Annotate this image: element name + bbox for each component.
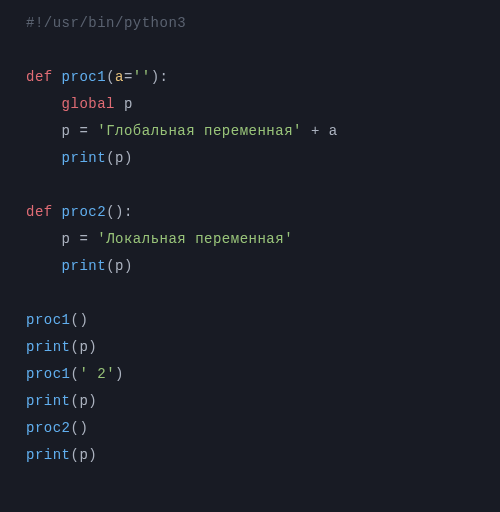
call-proc1: proc1: [26, 366, 71, 382]
rparen: ): [88, 393, 97, 409]
string-global: 'Глобальная переменная': [97, 123, 302, 139]
code-line[interactable]: global p: [0, 91, 500, 118]
shebang-comment: #!/usr/bin/python3: [26, 15, 186, 31]
var-p: p: [115, 258, 124, 274]
code-line-blank[interactable]: [0, 280, 500, 307]
rparen: ): [79, 312, 88, 328]
code-line[interactable]: def proc2():: [0, 199, 500, 226]
string-local: 'Локальная переменная': [97, 231, 293, 247]
builtin-print: print: [26, 393, 71, 409]
lparen: (: [106, 69, 115, 85]
var-p: p: [124, 96, 133, 112]
code-editor[interactable]: #!/usr/bin/python3 def proc1(a=''): glob…: [0, 0, 500, 469]
builtin-print: print: [26, 447, 71, 463]
var-a: a: [329, 123, 338, 139]
rparen: ): [115, 366, 124, 382]
code-line-blank[interactable]: [0, 172, 500, 199]
var-p: p: [79, 393, 88, 409]
indent: [26, 150, 62, 166]
code-line[interactable]: proc1(): [0, 307, 500, 334]
lparen: (: [106, 150, 115, 166]
op-plus: +: [311, 123, 320, 139]
rparen: ): [88, 339, 97, 355]
space: [88, 231, 97, 247]
var-p: p: [62, 123, 71, 139]
rparen: ):: [151, 69, 169, 85]
builtin-print: print: [26, 339, 71, 355]
op-assign: =: [124, 69, 133, 85]
code-line[interactable]: p = 'Глобальная переменная' + a: [0, 118, 500, 145]
code-line[interactable]: print(p): [0, 388, 500, 415]
rparen: ): [79, 420, 88, 436]
code-line[interactable]: print(p): [0, 253, 500, 280]
code-line[interactable]: print(p): [0, 334, 500, 361]
code-line[interactable]: def proc1(a=''):: [0, 64, 500, 91]
space: [302, 123, 311, 139]
builtin-print: print: [62, 258, 107, 274]
indent: [26, 231, 62, 247]
op-assign: =: [79, 123, 88, 139]
code-line[interactable]: proc2(): [0, 415, 500, 442]
code-line[interactable]: p = 'Локальная переменная': [0, 226, 500, 253]
keyword-global: global: [62, 96, 124, 112]
code-line[interactable]: print(p): [0, 145, 500, 172]
keyword-def: def: [26, 69, 62, 85]
string-default: '': [133, 69, 151, 85]
var-p: p: [62, 231, 71, 247]
var-p: p: [79, 339, 88, 355]
func-name-proc1: proc1: [62, 69, 107, 85]
rparen: ): [124, 150, 133, 166]
rparen: ): [88, 447, 97, 463]
var-p: p: [79, 447, 88, 463]
string-arg: ' 2': [79, 366, 115, 382]
indent: [26, 123, 62, 139]
code-line[interactable]: print(p): [0, 442, 500, 469]
func-name-proc2: proc2: [62, 204, 107, 220]
lparen: (: [106, 204, 115, 220]
indent: [26, 96, 62, 112]
param-a: a: [115, 69, 124, 85]
code-line-blank[interactable]: [0, 37, 500, 64]
rparen: ): [124, 258, 133, 274]
code-line[interactable]: proc1(' 2'): [0, 361, 500, 388]
var-p: p: [115, 150, 124, 166]
space: [320, 123, 329, 139]
indent: [26, 258, 62, 274]
builtin-print: print: [62, 150, 107, 166]
rparen: ):: [115, 204, 133, 220]
call-proc2: proc2: [26, 420, 71, 436]
op-assign: =: [79, 231, 88, 247]
lparen: (: [106, 258, 115, 274]
call-proc1: proc1: [26, 312, 71, 328]
keyword-def: def: [26, 204, 62, 220]
space: [88, 123, 97, 139]
code-line[interactable]: #!/usr/bin/python3: [0, 10, 500, 37]
